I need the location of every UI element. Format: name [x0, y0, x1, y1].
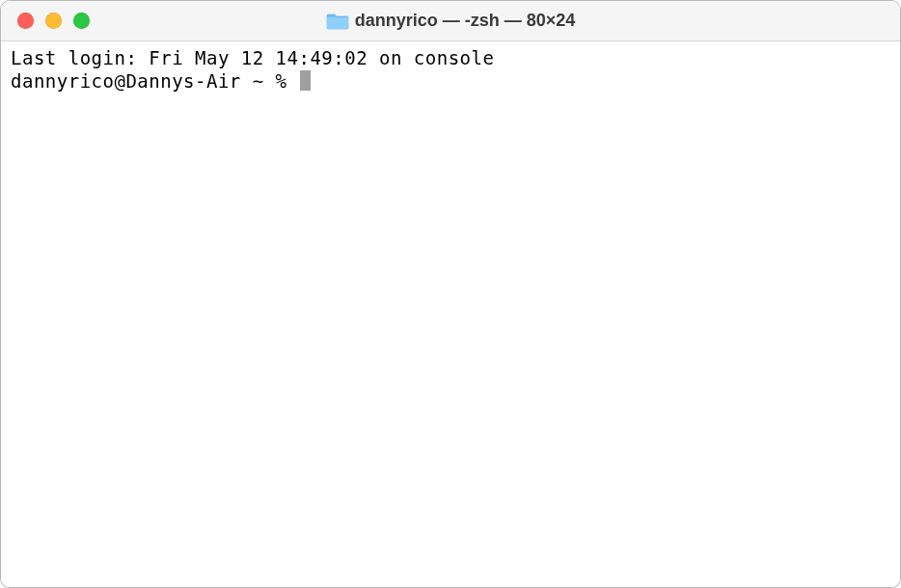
folder-icon: [326, 12, 349, 31]
window-title: dannyrico — -zsh — 80×24: [355, 11, 576, 31]
terminal-content[interactable]: Last login: Fri May 12 14:49:02 on conso…: [1, 41, 900, 587]
prompt-text: dannyrico@Dannys-Air ~ %: [11, 70, 298, 92]
prompt-line: dannyrico@Dannys-Air ~ %: [11, 70, 890, 94]
close-button[interactable]: [17, 13, 34, 29]
traffic-lights: [1, 13, 90, 29]
minimize-button[interactable]: [45, 13, 62, 29]
titlebar[interactable]: dannyrico — -zsh — 80×24: [1, 1, 900, 41]
zoom-button[interactable]: [73, 13, 90, 29]
cursor: [300, 70, 311, 91]
title-container: dannyrico — -zsh — 80×24: [1, 11, 900, 31]
terminal-window: dannyrico — -zsh — 80×24 Last login: Fri…: [0, 0, 901, 588]
last-login-line: Last login: Fri May 12 14:49:02 on conso…: [11, 47, 890, 70]
